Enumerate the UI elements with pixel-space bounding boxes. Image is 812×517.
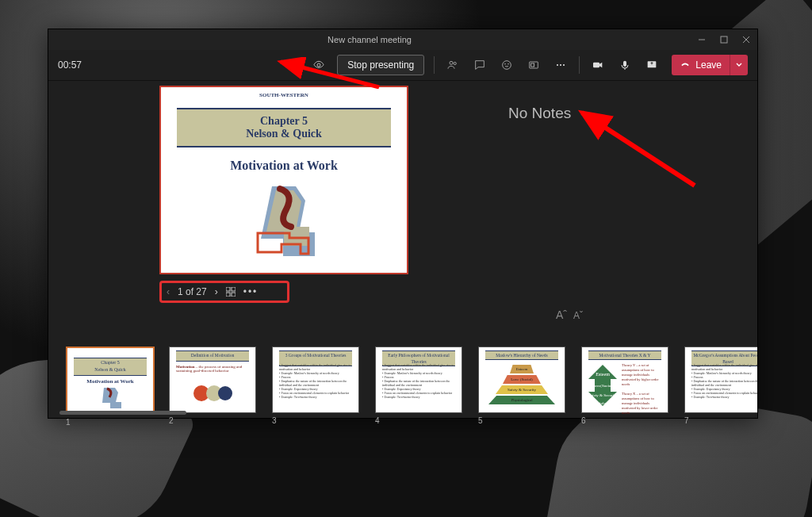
teams-meeting-window: New channel meeting 00:57 Stop presentin… bbox=[48, 29, 758, 419]
svg-point-5 bbox=[508, 63, 509, 64]
thumbnail-number: 1 bbox=[66, 418, 151, 427]
share-icon[interactable] bbox=[640, 53, 664, 77]
grid-view-icon[interactable] bbox=[226, 287, 236, 297]
thumbnail-strip[interactable]: Chapter 5Nelson & QuickMotivation at Wor… bbox=[66, 347, 757, 434]
participants-icon[interactable] bbox=[441, 53, 465, 77]
presenter-content: SOUTH-WESTERN Chapter 5 Nelson & Quick M… bbox=[48, 81, 757, 346]
leave-label: Leave bbox=[695, 59, 722, 71]
svg-text:Love(Social): Love(Social) bbox=[592, 384, 613, 388]
notes-font-controls: Aˆ Aˇ bbox=[556, 308, 583, 321]
camera-icon[interactable] bbox=[586, 53, 610, 77]
slide-nav-more-icon[interactable]: ••• bbox=[243, 286, 259, 297]
notes-placeholder: No Notes bbox=[508, 105, 571, 121]
next-slide-button[interactable]: › bbox=[215, 286, 218, 297]
svg-rect-6 bbox=[530, 62, 538, 68]
svg-rect-7 bbox=[531, 63, 534, 67]
thumbnail-number: 3 bbox=[272, 416, 358, 425]
thumbnail[interactable]: Chapter 5Nelson & QuickMotivation at Wor… bbox=[66, 347, 151, 434]
svg-point-20 bbox=[218, 386, 232, 400]
slide-title: Motivation at Work bbox=[161, 159, 407, 173]
svg-rect-14 bbox=[226, 287, 230, 291]
mic-icon[interactable] bbox=[613, 53, 637, 77]
private-view-icon[interactable] bbox=[307, 53, 331, 77]
current-slide[interactable]: SOUTH-WESTERN Chapter 5 Nelson & Quick M… bbox=[159, 86, 408, 274]
slide-counter: 1 of 27 bbox=[178, 286, 207, 297]
leave-chevron-icon[interactable] bbox=[730, 55, 748, 75]
window-close-button[interactable] bbox=[735, 29, 757, 50]
thumbnail[interactable]: Maslow's Hierarchy of NeedsEsteemLove (S… bbox=[478, 347, 564, 434]
prev-slide-button[interactable]: ‹ bbox=[167, 286, 170, 297]
svg-text:Physiological: Physiological bbox=[592, 401, 614, 405]
desktop-background: New channel meeting 00:57 Stop presentin… bbox=[0, 0, 812, 517]
svg-point-4 bbox=[505, 63, 506, 64]
font-increase-button[interactable]: Aˆ bbox=[556, 308, 567, 321]
window-minimize-button[interactable] bbox=[691, 29, 713, 50]
svg-point-3 bbox=[503, 61, 511, 70]
thumbnail-number: 5 bbox=[478, 416, 564, 425]
notes-pane: No Notes bbox=[485, 81, 757, 346]
thumbnail-scrollbar[interactable] bbox=[59, 411, 186, 415]
thumbnail[interactable]: McGregor's Assumptions About People Base… bbox=[684, 347, 757, 434]
meeting-toolbar: 00:57 Stop presenting Leave bbox=[48, 50, 757, 81]
stop-presenting-button[interactable]: Stop presenting bbox=[337, 55, 424, 75]
thumbnail-number: 2 bbox=[169, 416, 255, 425]
window-title: New channel meeting bbox=[48, 35, 691, 44]
slide-chapter: Chapter 5 bbox=[260, 115, 308, 128]
svg-rect-16 bbox=[226, 293, 230, 297]
slide-artwork bbox=[248, 182, 343, 262]
svg-rect-17 bbox=[232, 293, 236, 297]
svg-rect-0 bbox=[721, 36, 727, 43]
window-maximize-button[interactable] bbox=[713, 29, 735, 50]
slide-authors: Nelson & Quick bbox=[246, 128, 322, 140]
window-titlebar: New channel meeting bbox=[48, 29, 757, 50]
svg-point-1 bbox=[450, 61, 453, 64]
more-actions-icon[interactable] bbox=[549, 53, 573, 77]
svg-text:Esteem: Esteem bbox=[596, 372, 610, 377]
svg-point-2 bbox=[454, 62, 456, 64]
thumbnail[interactable]: Motivational Theories X & Y EsteemLove(S… bbox=[581, 347, 667, 434]
thumbnail-number: 4 bbox=[375, 416, 461, 425]
thumbnail[interactable]: 3 Groups of Motivational Theories• Sugge… bbox=[272, 347, 358, 434]
chat-icon[interactable] bbox=[468, 53, 492, 77]
rooms-icon[interactable] bbox=[522, 53, 546, 77]
thumbnail-number: 6 bbox=[581, 416, 667, 425]
svg-text:Safety & Security: Safety & Security bbox=[588, 393, 617, 397]
svg-rect-13 bbox=[648, 61, 657, 67]
font-decrease-button[interactable]: Aˇ bbox=[573, 310, 583, 321]
svg-point-8 bbox=[557, 64, 558, 66]
slide-header-band: Chapter 5 Nelson & Quick bbox=[177, 108, 391, 147]
thumbnail[interactable]: Definition of MotivationMotivation – the… bbox=[169, 347, 255, 434]
reactions-icon[interactable] bbox=[495, 53, 519, 77]
svg-point-10 bbox=[563, 64, 565, 66]
svg-rect-15 bbox=[232, 287, 236, 291]
thumbnail[interactable]: Early Philosophers of Motivational Theor… bbox=[375, 347, 461, 434]
svg-point-9 bbox=[560, 64, 561, 66]
meeting-timer: 00:57 bbox=[58, 59, 105, 71]
svg-rect-11 bbox=[593, 63, 599, 68]
svg-rect-12 bbox=[623, 61, 626, 67]
leave-button[interactable]: Leave bbox=[672, 55, 748, 75]
thumbnail-number: 7 bbox=[684, 416, 757, 425]
slide-nav-bar: ‹ 1 of 27 › ••• bbox=[159, 281, 289, 303]
